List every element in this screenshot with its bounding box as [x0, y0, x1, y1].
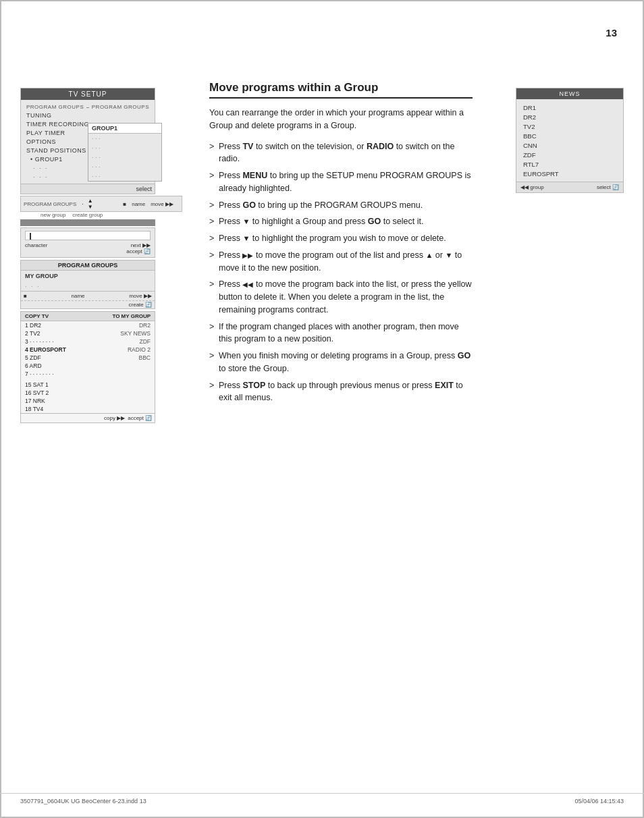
news-list: DR1 DR2 TV2 BBC CNN ZDF RTL7 EUROSPRT: [516, 99, 623, 182]
instruction-5: Press ▼ to highlight the program you wis…: [209, 232, 473, 245]
move-label: move ▶▶: [151, 201, 173, 207]
square-icon2: ■: [24, 293, 27, 299]
copy-row-1-right: DR2: [139, 322, 151, 329]
key-go2: GO: [368, 217, 381, 226]
page-footer: 3507791_0604UK UG BeoCenter 6-23.indd 13…: [0, 793, 644, 805]
news-tv2: TV2: [523, 121, 616, 131]
my-group-box: PROGRAM GROUPS MY GROUP · · · ■ name mov…: [20, 260, 155, 309]
key-exit: EXIT: [435, 381, 454, 390]
copy-row-4: 4 EUROSPORT RADIO 2: [21, 346, 155, 354]
move-label2: move ▶▶: [129, 293, 152, 299]
group1-header: GROUP1: [88, 124, 161, 134]
create-label: create 🔄: [21, 300, 155, 308]
copy-row-18: 18 TV4: [21, 405, 155, 413]
copy-tv-header: COPY TV TO MY GROUP: [21, 312, 155, 321]
group1-overlay: GROUP1 · · · · · · · · · · · · · · ·: [88, 123, 162, 182]
char-input-bar[interactable]: [25, 231, 151, 240]
arrow-right-1: ▶▶: [242, 252, 253, 259]
copy-row-7: 7 · · · · · · · ·: [21, 370, 155, 378]
copy-tv-left: COPY TV: [25, 313, 49, 319]
right-panel: NEWS DR1 DR2 TV2 BBC CNN ZDF RTL7 EUROSP…: [516, 88, 624, 193]
copy-row-15: 15 SAT 1: [21, 381, 155, 389]
copy-row-7-left: 7 · · · · · · · ·: [25, 371, 54, 377]
news-bbc: BBC: [523, 131, 616, 140]
character-label: character: [25, 242, 47, 248]
copy-row-3-left: 3 · · · · · · · ·: [25, 338, 54, 345]
copy-row-17-left: 17 NRK: [25, 398, 45, 404]
pg-dashes: [86, 107, 89, 110]
instruction-9: When you finish moving or deleting progr…: [209, 350, 473, 375]
news-dr2: DR2: [523, 112, 616, 121]
key-stop: STOP: [242, 381, 265, 390]
pg-bar-row2: new group create group: [20, 212, 182, 218]
tv-setup-header: TV SETUP: [21, 88, 155, 100]
key-tv: TV: [242, 142, 253, 151]
group1-dots3: · · ·: [88, 153, 161, 162]
instruction-3: Press GO to bring up the PROGRAM GROUPS …: [209, 199, 473, 212]
copy-row-4-left: 4 EUROSPORT: [25, 346, 66, 353]
group1-dots4: · · ·: [88, 162, 161, 171]
copy-row-3: 3 · · · · · · · · ZDF: [21, 337, 155, 346]
instruction-4: Press ▼ to highlight a Group and press G…: [209, 215, 473, 228]
top-border: [0, 0, 644, 1]
intro-text: You can rearrange the order in which you…: [209, 107, 473, 132]
key-go3: GO: [458, 351, 471, 360]
news-footer: ◀◀ group select 🔄: [516, 182, 623, 192]
mygroup-dots: · · ·: [21, 281, 155, 291]
next-label: next ▶▶: [131, 242, 151, 248]
instruction-10: Press STOP to back up through previous m…: [209, 379, 473, 405]
tv-setup-wrapper: TV SETUP PROGRAM GROUPS PROGRAM GROUPS T…: [20, 88, 182, 194]
arrow-nav: ▲▼: [88, 198, 93, 210]
char-footer: character next ▶▶: [25, 242, 151, 248]
copy-row-1: 1 DR2 DR2: [21, 321, 155, 329]
select-button[interactable]: select 🔄: [597, 184, 619, 190]
copy-row-6: 6 ARD: [21, 362, 155, 370]
news-box: NEWS DR1 DR2 TV2 BBC CNN ZDF RTL7 EUROSP…: [516, 88, 624, 193]
copy-row-18-left: 18 TV4: [25, 406, 43, 412]
group1-dots2: · · ·: [88, 143, 161, 153]
instruction-6: Press ▶▶ to move the program out of the …: [209, 249, 473, 275]
group1-dots5: · · ·: [88, 171, 161, 181]
arrow-down-2: ▼: [242, 234, 250, 242]
create-group-label: create group: [72, 212, 103, 218]
arrow-down-1: ▼: [242, 217, 250, 225]
copy-row-15-left: 15 SAT 1: [25, 381, 49, 388]
footer-right: 05/04/06 14:15:43: [574, 798, 624, 805]
copy-row-5-left: 5 ZDF: [25, 354, 41, 361]
arrow-down-3: ▼: [445, 251, 452, 259]
group1-dots: · · ·: [88, 134, 161, 143]
select-label: select: [136, 186, 152, 192]
group-button[interactable]: ◀◀ group: [520, 184, 544, 190]
pg-bar-icon: ·: [82, 200, 84, 207]
key-menu: MENU: [242, 171, 267, 180]
pg-bar-label: PROGRAM GROUPS: [24, 201, 76, 207]
news-rtl7: RTL7: [523, 159, 616, 169]
key-radio: RADIO: [367, 142, 394, 151]
program-groups-row: PROGRAM GROUPS PROGRAM GROUPS: [26, 103, 149, 111]
name-label: name: [132, 201, 145, 207]
icon-square: ■: [123, 201, 126, 207]
char-cursor: [30, 233, 31, 240]
pg-bar-actions: ■ name move ▶▶: [123, 201, 179, 207]
instruction-list: Press TV to switch on the television, or…: [209, 140, 473, 405]
left-panel: TV SETUP PROGRAM GROUPS PROGRAM GROUPS T…: [20, 88, 182, 423]
accept-label2: accept 🔄: [128, 415, 152, 421]
mygroup-header: PROGRAM GROUPS: [21, 261, 155, 271]
tv-setup-footer: select: [21, 184, 155, 194]
copy-tv-footer: copy ▶▶ accept 🔄: [21, 413, 155, 422]
copy-tv-box: COPY TV TO MY GROUP 1 DR2 DR2 2 TV2 SKY …: [20, 311, 155, 423]
copy-row-2-right: SKY NEWS: [120, 330, 151, 337]
copy-row-5-right: BBC: [139, 354, 151, 361]
accept-label: accept 🔄: [25, 248, 151, 254]
name-label2: name: [72, 293, 85, 299]
menu-tuning: TUNING: [26, 111, 149, 119]
copy-row-3-right: ZDF: [139, 338, 151, 345]
copy-row-16-left: 16 SVT 2: [25, 389, 49, 396]
selected-bar: [20, 219, 155, 226]
copy-row-4-right: RADIO 2: [128, 346, 151, 353]
copy-row-6-left: 6 ARD: [25, 362, 42, 369]
left-border: [0, 0, 1, 818]
copy-row-5: 5 ZDF BBC: [21, 354, 155, 362]
footer-left: 3507791_0604UK UG BeoCenter 6-23.indd 13: [20, 798, 146, 805]
pg-label: PROGRAM GROUPS: [26, 104, 84, 110]
